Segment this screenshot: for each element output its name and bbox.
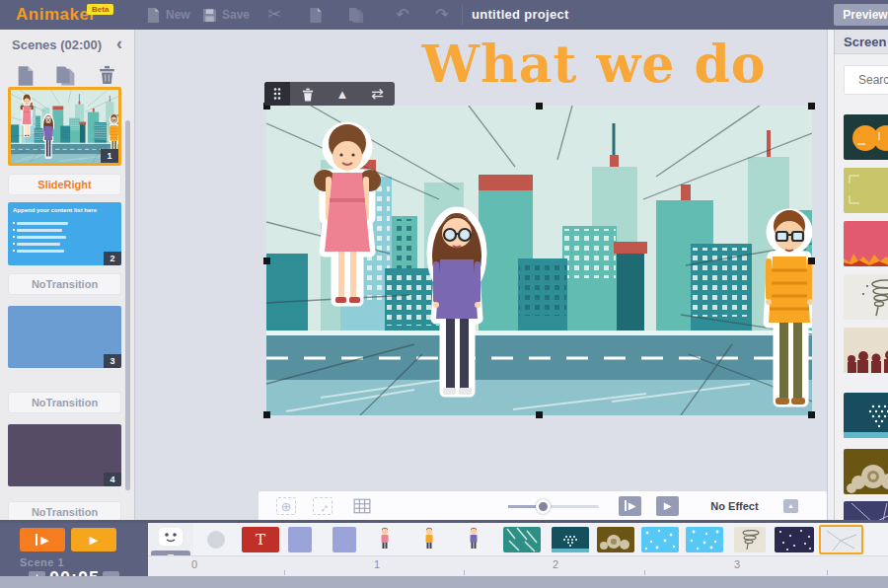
effect-crowd[interactable] xyxy=(844,328,888,373)
timeline-scrollbar[interactable] xyxy=(0,576,888,588)
timeline-panel: ▶ ▶ Scene 1 + 00:05 − ♪ T xyxy=(0,523,888,588)
timeline-item-explosion-effect[interactable] xyxy=(597,527,634,552)
timeline-ruler[interactable]: 0 1 2 3 xyxy=(148,555,888,576)
timeline-item-cracks-selected[interactable] xyxy=(819,525,863,554)
add-scene-icon[interactable] xyxy=(16,65,36,87)
resize-handle-n[interactable] xyxy=(536,103,543,110)
selected-image[interactable] xyxy=(266,106,812,415)
delete-scene-icon[interactable] xyxy=(99,65,115,85)
selection-toolbar: ▲ ⇄ xyxy=(264,82,395,106)
effects-search-input[interactable] xyxy=(844,65,888,95)
timeline-item-snow-effect[interactable] xyxy=(641,527,679,552)
effect-dotted-arrow[interactable] xyxy=(844,393,888,438)
canvas-toolbar: ⊕ ↔ ▶ ▶ No Effect ▲ No Effect ▲ xyxy=(259,491,827,521)
timeline-separator xyxy=(0,520,888,523)
timeline-items-row: T xyxy=(193,523,888,555)
top-bar: Animaker Beta New Save ✂ ↶ ↷ untitled pr… xyxy=(0,0,888,30)
current-scene-label: Scene 1 xyxy=(20,556,64,568)
timeline-item-asset[interactable] xyxy=(333,527,356,552)
list-line xyxy=(17,236,66,239)
canvas-area: What we do ▲ ⇄ ⊕ ↔ xyxy=(135,30,827,523)
timeline-item-rain-effect[interactable] xyxy=(503,527,541,552)
resize-handle-se[interactable] xyxy=(808,411,815,418)
effect-smoke-explosion[interactable] xyxy=(844,449,888,494)
zoom-slider-knob[interactable] xyxy=(536,499,551,514)
save-button[interactable]: Save xyxy=(202,0,250,30)
timeline-item-tornado-effect[interactable] xyxy=(734,527,766,552)
effect-flames[interactable] xyxy=(844,221,888,266)
scenes-scrollbar[interactable] xyxy=(125,120,130,490)
ruler-mark: 2 xyxy=(553,558,558,570)
resize-handle-sw[interactable] xyxy=(263,411,270,418)
list-line xyxy=(17,250,64,253)
timeline-item-character-purple[interactable] xyxy=(462,527,485,552)
delete-object-icon[interactable] xyxy=(290,86,325,102)
resize-handle-ne[interactable] xyxy=(808,103,815,110)
list-line xyxy=(17,243,60,246)
scene-2-transition[interactable]: NoTransition xyxy=(8,273,121,295)
timeline-item-stars-effect[interactable] xyxy=(775,527,814,552)
scene-2-thumbnail[interactable]: Append your content list here 2 xyxy=(8,202,121,265)
screen-effects-panel: Screen Effects xyxy=(834,30,888,521)
drag-handle-icon[interactable] xyxy=(264,82,290,106)
project-title[interactable]: untitled project xyxy=(472,0,569,30)
timeline-item-snow-effect[interactable] xyxy=(686,527,723,552)
effect-in-label[interactable]: No Effect xyxy=(683,491,786,521)
effect-orange-burst[interactable] xyxy=(844,114,888,160)
scenes-panel: Scenes (02:00) ‹ 1 SlideRight Append you… xyxy=(0,30,135,523)
play-scene-button-orange[interactable]: ▶ xyxy=(20,528,65,551)
animaker-logo[interactable]: Animaker xyxy=(16,5,96,25)
copy-icon[interactable] xyxy=(308,7,324,24)
scene-4-number: 4 xyxy=(104,473,121,486)
toolbar-separator xyxy=(462,4,463,26)
list-line xyxy=(17,229,62,232)
center-view-icon[interactable]: ⊕ xyxy=(276,497,296,515)
swap-icon[interactable]: ⇄ xyxy=(360,85,395,103)
play-scene-button[interactable]: ▶ xyxy=(619,496,641,516)
resize-handle-s[interactable] xyxy=(536,411,543,418)
effect-in-dropdown[interactable]: ▲ xyxy=(783,499,798,513)
scene-1-number: 1 xyxy=(101,149,118,163)
list-line xyxy=(17,222,68,225)
scene-1-transition[interactable]: SlideRight xyxy=(8,174,121,195)
undo-icon[interactable]: ↶ xyxy=(393,0,412,30)
zoom-slider[interactable] xyxy=(508,505,599,508)
animaker-app: Animaker Beta New Save ✂ ↶ ↷ untitled pr… xyxy=(0,0,888,588)
timeline-item-ghost[interactable] xyxy=(197,527,235,552)
scene-4-thumbnail[interactable]: 4 xyxy=(8,424,121,486)
scene-3-transition[interactable]: NoTransition xyxy=(8,392,121,413)
effect-tornado[interactable] xyxy=(844,274,888,320)
cut-icon[interactable]: ✂ xyxy=(264,0,284,30)
timeline-item-text[interactable]: T xyxy=(242,527,279,552)
ruler-mark: 0 xyxy=(191,558,197,570)
timeline-item-asset[interactable] xyxy=(288,527,312,552)
resize-handle-e[interactable] xyxy=(808,257,815,264)
duplicate-scene-icon[interactable] xyxy=(54,65,78,87)
scene-3-number: 3 xyxy=(104,354,121,368)
fit-screen-icon[interactable]: ↔ xyxy=(313,497,333,515)
scene-2-title: Append your content list here xyxy=(13,207,97,213)
timeline-item-character-yellow[interactable] xyxy=(417,527,441,552)
play-button[interactable]: ▶ xyxy=(656,496,679,516)
effect-cracks[interactable] xyxy=(844,501,888,521)
city-scene-image xyxy=(266,106,812,415)
scene-1-thumbnail[interactable]: 1 xyxy=(8,87,121,166)
paste-icon[interactable] xyxy=(347,7,366,24)
flip-icon[interactable]: ▲ xyxy=(325,87,359,102)
preview-button[interactable]: Preview xyxy=(834,4,888,26)
scene-3-thumbnail[interactable]: 3 xyxy=(8,306,121,368)
slide-title-text[interactable]: What we do xyxy=(333,34,855,94)
new-button[interactable]: New xyxy=(146,0,190,30)
effect-olive-grunge[interactable] xyxy=(844,168,888,213)
effects-header: Screen Effects xyxy=(835,30,888,54)
redo-icon[interactable]: ↷ xyxy=(432,0,452,30)
timeline-item-character-pink[interactable] xyxy=(373,527,397,552)
beta-badge: Beta xyxy=(87,4,113,15)
grid-toggle-icon[interactable] xyxy=(353,498,371,514)
play-all-button-yellow[interactable]: ▶ xyxy=(71,528,116,551)
collapse-panel-icon[interactable]: ‹ xyxy=(116,34,122,54)
character-track-icon[interactable] xyxy=(151,527,190,548)
scenes-header: Scenes (02:00) xyxy=(12,37,102,52)
timeline-item-dotted-effect[interactable] xyxy=(552,527,589,552)
resize-handle-w[interactable] xyxy=(263,257,270,264)
